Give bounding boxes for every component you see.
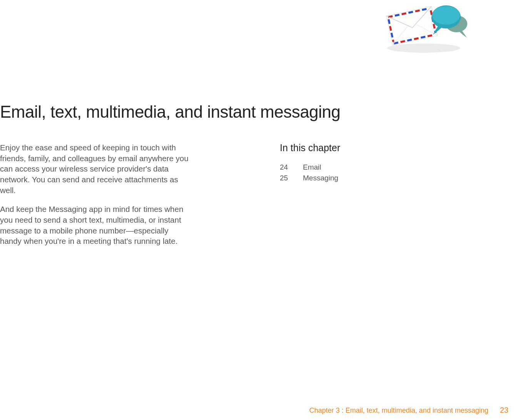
intro-paragraph-1: Enjoy the ease and speed of keeping in t… [0,142,189,195]
toc-column: In this chapter 24 Email 25 Messaging [280,142,340,183]
footer-chapter-label: Chapter 3 : Email, text, multimedia, and… [309,407,488,415]
svg-line-18 [431,10,431,15]
footer-page-number: 23 [500,406,508,415]
svg-line-10 [407,40,412,40]
svg-line-7 [422,9,426,10]
svg-line-15 [390,26,391,31]
svg-point-24 [432,6,460,25]
svg-line-9 [400,41,405,42]
toc-heading: In this chapter [280,142,340,153]
svg-line-13 [428,35,432,36]
toc-label: Messaging [303,173,338,183]
header-illustration [381,0,470,54]
toc-item: 24 Email [280,162,340,173]
toc-page-number: 24 [280,162,303,173]
svg-line-11 [414,38,419,39]
toc-label: Email [303,162,321,173]
intro-column: Enjoy the ease and speed of keeping in t… [0,142,200,255]
svg-line-16 [391,33,392,38]
toc-page-number: 25 [280,173,303,183]
page-footer: Chapter 3 : Email, text, multimedia, and… [309,406,508,415]
svg-line-3 [395,15,400,15]
svg-line-14 [389,19,390,24]
svg-line-12 [421,37,425,37]
svg-line-6 [415,10,420,11]
svg-line-17 [393,40,393,42]
svg-line-20 [434,24,435,28]
page-title: Email, text, multimedia, and instant mes… [0,102,340,122]
svg-line-5 [408,12,413,13]
content-row: Enjoy the ease and speed of keeping in t… [0,142,520,255]
intro-paragraph-2: And keep the Messaging app in mind for t… [0,204,189,247]
svg-point-0 [387,43,460,53]
toc-item: 25 Messaging [280,173,340,183]
svg-line-4 [402,13,406,14]
